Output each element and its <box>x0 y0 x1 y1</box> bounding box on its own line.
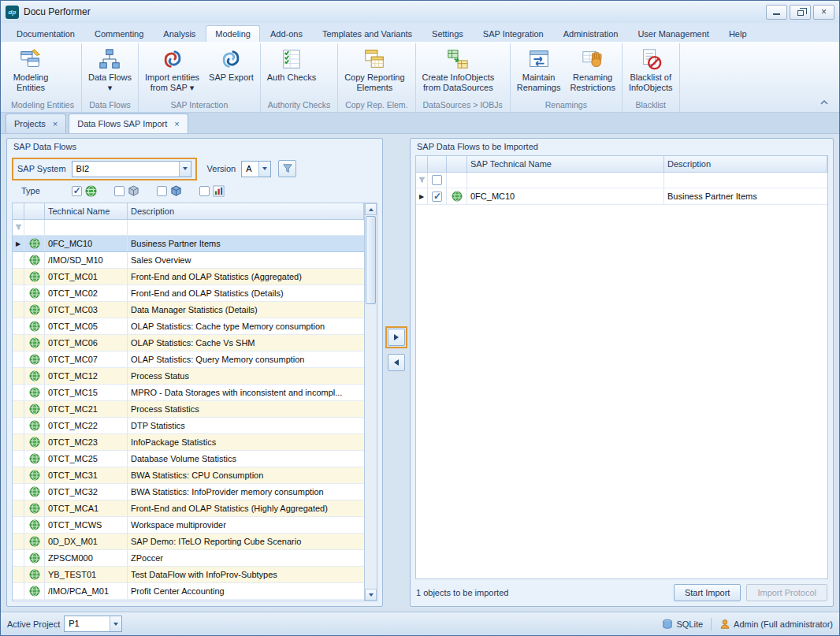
active-project-label: Active Project <box>7 619 60 629</box>
import-entities-from-sap-button[interactable]: Import entities from SAP ▾ <box>140 44 204 99</box>
close-button[interactable]: × <box>813 5 834 20</box>
data-flow-row[interactable]: 0TCT_MC02 Front-End and OLAP Statistics … <box>13 285 364 302</box>
data-flow-row[interactable]: 0D_DX_M01 SAP Demo: ITeLO Reporting Cube… <box>13 534 364 550</box>
data-flow-row[interactable]: /IMO/SD_M10 Sales Overview <box>13 252 364 269</box>
ribbon-tab[interactable]: Analysis <box>154 25 205 42</box>
ribbon-tab[interactable]: Help <box>719 25 756 42</box>
data-flow-row[interactable]: 0TCT_MC22 DTP Statistics <box>13 418 364 434</box>
data-flow-row[interactable]: 0TCT_MC25 Database Volume Statistics <box>13 451 364 467</box>
data-flows-icon <box>97 46 122 72</box>
tab-close-icon[interactable]: × <box>53 119 58 128</box>
document-tab[interactable]: Projects × <box>6 113 66 133</box>
infoprovider-icon <box>29 404 40 415</box>
data-flow-row[interactable]: 0TCT_MC03 Data Manager Statistics (Detai… <box>13 302 364 318</box>
column-header-technical-name[interactable]: Technical Name <box>45 203 128 220</box>
data-flow-row[interactable]: 0TCT_MC31 BWA Statistics: CPU Consumptio… <box>13 467 364 484</box>
active-project-combo[interactable]: P1 <box>64 616 122 632</box>
version-combo[interactable]: A <box>241 161 271 177</box>
scrollbar-thumb[interactable] <box>366 216 376 304</box>
type-checkbox-dso[interactable] <box>157 186 167 196</box>
sap-system-dropdown-button[interactable] <box>179 162 191 177</box>
ribbon-tab[interactable]: Templates and Variants <box>313 25 422 42</box>
modeling-entities-button[interactable]: Modeling Entities <box>6 44 56 99</box>
blacklist-infoobjects-button[interactable]: Blacklist of InfoObjects <box>624 44 678 99</box>
create-infoobjects-button[interactable]: Create InfoObjects from DataSources <box>418 44 500 99</box>
data-flow-row[interactable]: 0TCT_MC32 BWA Statistics: InfoProvider m… <box>13 484 364 500</box>
column-header-sap-technical-name[interactable]: SAP Technical Name <box>467 156 664 173</box>
type-checkbox-multiprovider[interactable] <box>72 186 82 196</box>
technical-name-cell: 0TCT_MC31 <box>45 467 128 484</box>
ribbon-tab[interactable]: Documentation <box>7 25 84 42</box>
tab-close-icon[interactable]: × <box>174 119 179 128</box>
data-flow-row[interactable]: 0TCT_MC12 Process Status <box>13 368 364 385</box>
column-header-description[interactable]: Description <box>128 203 364 220</box>
sap-technical-name-cell: 0FC_MC10 <box>467 188 664 205</box>
filter-cell-description[interactable] <box>128 220 364 236</box>
data-flow-row[interactable]: /IMO/PCA_M01 Profit Center Accounting <box>13 583 364 600</box>
minimize-button[interactable] <box>766 5 787 20</box>
filter-settings-button[interactable] <box>278 160 296 177</box>
data-flow-row[interactable]: 0TCT_MC06 OLAP Statistics: Cache Vs SHM <box>13 335 364 351</box>
infoprovider-icon <box>29 271 40 282</box>
select-all-checkbox[interactable] <box>432 175 442 185</box>
data-flow-row[interactable]: 0FC_MC10 Business Partner Items <box>13 236 364 252</box>
import-row-checkbox[interactable] <box>432 192 442 202</box>
description-cell: DTP Statistics <box>128 418 364 434</box>
data-flow-row[interactable]: 0TCT_MCWS Workspace multiprovider <box>13 517 364 534</box>
sap-system-combo[interactable]: BI2 <box>72 161 191 177</box>
cube-gray-icon <box>128 185 139 197</box>
active-project-dropdown-button[interactable] <box>110 616 121 631</box>
type-filter-dso <box>157 185 182 197</box>
document-tab[interactable]: Data Flows SAP Import × <box>69 113 188 133</box>
sap-export-button[interactable]: SAP Export <box>204 44 258 99</box>
restore-button[interactable] <box>790 5 811 20</box>
data-flow-row[interactable]: 0TCT_MC05 OLAP Statistics: Cache type Me… <box>13 318 364 335</box>
description-cell: OLAP Statistics: Cache type Memory consu… <box>128 318 364 335</box>
ribbon-tab[interactable]: User Management <box>628 25 719 42</box>
document-tab-bar: Projects × Data Flows SAP Import × <box>1 113 839 134</box>
move-left-button[interactable] <box>388 354 405 371</box>
ribbon-collapse-button[interactable] <box>817 96 831 108</box>
start-import-button[interactable]: Start Import <box>674 584 741 601</box>
ribbon-tab[interactable]: Add-ons <box>261 25 312 42</box>
import-protocol-button[interactable]: Import Protocol <box>746 584 827 601</box>
renaming-restrictions-button[interactable]: Renaming Restrictions <box>565 44 619 99</box>
data-flow-row[interactable]: 0TCT_MC01 Front-End and OLAP Statistics … <box>13 269 364 285</box>
auth-checks-button[interactable]: Auth Checks <box>262 44 321 99</box>
column-header-description[interactable]: Description <box>664 156 827 173</box>
filter-cell-description[interactable] <box>664 173 827 188</box>
data-flow-row[interactable]: 0TCT_MC23 InfoPackage Statistics <box>13 434 364 451</box>
filter-cell-technical-name[interactable] <box>45 220 128 236</box>
data-flow-row[interactable]: ZPSCM000 ZPoccer <box>13 550 364 567</box>
filter-cell-sap-technical-name[interactable] <box>467 173 664 188</box>
technical-name-cell: /IMO/SD_M10 <box>45 252 128 269</box>
type-checkbox-virtualprovider[interactable] <box>199 186 210 196</box>
version-dropdown-button[interactable] <box>258 162 270 177</box>
scroll-up-button[interactable] <box>365 203 377 215</box>
app-window: dp Docu Performer × DocumentationComment… <box>0 0 840 636</box>
data-flow-row[interactable]: 0TCT_MC15 MPRO - Data Storages with inco… <box>13 385 364 401</box>
description-cell: BWA Statistics: InfoProvider memory cons… <box>128 484 364 500</box>
technical-name-cell: 0TCT_MC21 <box>45 401 128 418</box>
ribbon-tab[interactable]: Settings <box>422 25 473 42</box>
ribbon-tab[interactable]: SAP Integration <box>474 25 553 42</box>
import-row[interactable]: 0FC_MC10 Business Partner Items <box>416 188 827 205</box>
ribbon-tab[interactable]: Commenting <box>85 25 153 42</box>
technical-name-cell: 0TCT_MC12 <box>45 368 128 385</box>
data-flow-row[interactable]: 0TCT_MC21 Process Statistics <box>13 401 364 418</box>
database-status[interactable]: SQLite <box>662 619 703 630</box>
ribbon-tab[interactable]: Administration <box>554 25 628 42</box>
data-flow-row[interactable]: 0TCT_MC07 OLAP Statistics: Query Memory … <box>13 351 364 368</box>
copy-reporting-elements-button[interactable]: Copy Reporting Elements <box>340 44 409 99</box>
type-checkbox-infocube[interactable] <box>114 186 125 196</box>
data-flow-row[interactable]: YB_TEST01 Test DataFlow with InfoProv-Su… <box>13 567 364 583</box>
import-grid-filter-row <box>416 173 827 188</box>
maintain-renamings-button[interactable]: Maintain Renamings <box>512 44 566 99</box>
move-right-button[interactable] <box>388 329 405 346</box>
scroll-down-button[interactable] <box>365 589 377 601</box>
vertical-scrollbar[interactable] <box>364 203 377 601</box>
data-flow-row[interactable]: 0TCT_MCA1 Front-End and OLAP Statistics … <box>13 500 364 517</box>
data-flows-button[interactable]: Data Flows ▾ <box>84 44 136 99</box>
ribbon-tab[interactable]: Modeling <box>206 25 260 42</box>
current-user[interactable]: Admin (Full administrator) <box>719 619 833 630</box>
